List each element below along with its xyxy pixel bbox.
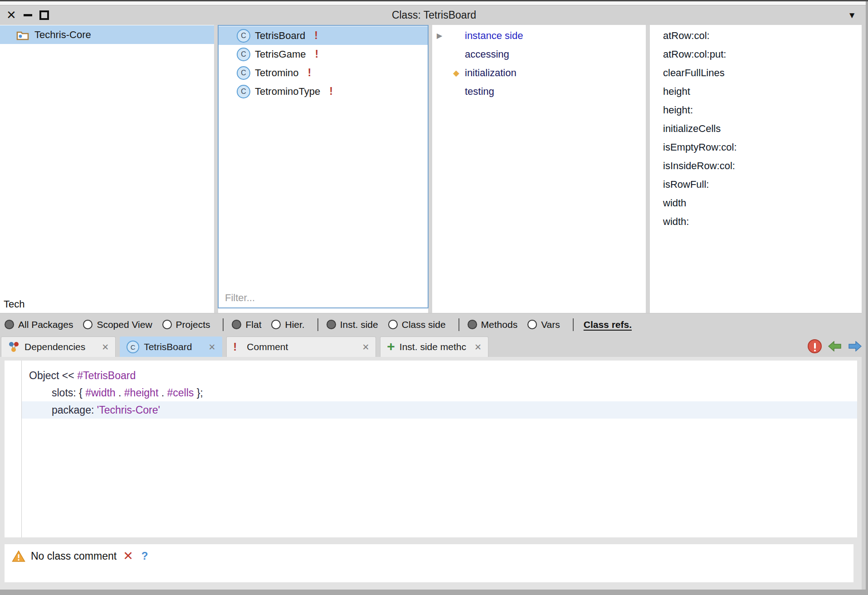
package-folder-icon	[16, 29, 29, 41]
tab-label: TetrisBoard	[144, 341, 192, 352]
code-line: slots: { #width . #height . #cells };	[22, 384, 857, 401]
protocol-item-instance-side[interactable]: ▶ instance side	[432, 26, 646, 45]
protocol-list: ▶ instance side accessing ◆ initializati…	[432, 26, 646, 101]
method-item[interactable]: clearFullLines	[650, 63, 862, 82]
tab-comment[interactable]: ! Comment ✕	[226, 337, 376, 357]
title-bar: ✕ Class: TetrisBoard ▼	[0, 5, 868, 25]
method-item[interactable]: width	[650, 194, 862, 212]
class-icon: C	[127, 341, 139, 353]
package-item-label: Techris-Core	[34, 29, 91, 41]
tab-dependencies[interactable]: Dependencies ✕	[1, 337, 116, 357]
radio-all-packages[interactable]: All Packages	[5, 319, 73, 330]
tab-inst-side-method[interactable]: + Inst. side methc ✕	[380, 337, 488, 357]
warning-triangle-icon	[12, 550, 25, 562]
code-line: Object << #TetrisBoard	[22, 367, 857, 384]
critiques-error-icon[interactable]	[808, 339, 822, 353]
class-filter-input[interactable]	[225, 292, 361, 304]
radio-scoped-view[interactable]: Scoped View	[83, 319, 152, 330]
class-item-label: TetrisBoard	[255, 30, 305, 42]
tab-close-icon[interactable]: ✕	[474, 342, 482, 352]
method-item[interactable]: isEmptyRow:col:	[650, 138, 862, 156]
method-item[interactable]: height	[650, 82, 862, 101]
radio-dot	[232, 320, 241, 329]
radio-methods[interactable]: Methods	[468, 319, 518, 330]
dismiss-icon[interactable]: ✕	[123, 549, 133, 563]
dirty-marker-icon: !	[329, 85, 333, 98]
radio-projects[interactable]: Projects	[162, 319, 210, 330]
dirty-marker-icon: !	[314, 29, 318, 42]
method-list: atRow:col: atRow:col:put: clearFullLines…	[650, 26, 862, 231]
class-refs-link[interactable]: Class refs.	[584, 319, 632, 330]
method-item[interactable]: atRow:col:	[650, 26, 862, 45]
method-item[interactable]: isInsideRow:col:	[650, 156, 862, 175]
radio-flat[interactable]: Flat	[232, 319, 261, 330]
tab-label: Dependencies	[24, 341, 85, 352]
tab-close-icon[interactable]: ✕	[102, 342, 109, 352]
radio-dot	[327, 320, 336, 329]
class-item-label: TetrominoType	[255, 86, 320, 98]
status-message: No class comment	[31, 550, 117, 562]
code-editor[interactable]: Object << #TetrisBoard slots: { #width .…	[5, 361, 857, 537]
comment-warning-icon: !	[233, 341, 237, 353]
radio-label: All Packages	[18, 319, 73, 330]
radio-dot	[5, 320, 14, 329]
radio-inst-side[interactable]: Inst. side	[327, 319, 378, 330]
package-item-techris-core[interactable]: Techris-Core	[0, 25, 214, 44]
forward-arrow-icon[interactable]	[848, 341, 862, 351]
help-icon[interactable]: ?	[141, 550, 148, 562]
radio-dot	[388, 320, 398, 329]
protocol-item-label: initialization	[465, 67, 517, 79]
protocol-pane: ▶ instance side accessing ◆ initializati…	[432, 25, 646, 313]
toolbar-separator	[458, 318, 459, 331]
toolbar-separator	[317, 318, 318, 331]
tab-tetrisboard[interactable]: C TetrisBoard ✕	[120, 337, 222, 357]
toolbar-separator	[223, 318, 224, 331]
radio-dot	[271, 320, 281, 329]
class-item-label: Tetromino	[255, 67, 299, 79]
radio-label: Flat	[245, 319, 261, 330]
class-list: C TetrisBoard ! C TetrisGame ! C Tetromi…	[219, 26, 428, 101]
radio-label: Vars	[541, 319, 560, 330]
window-menu-icon[interactable]: ▼	[848, 5, 856, 25]
protocol-item-testing[interactable]: testing	[432, 82, 646, 101]
method-item[interactable]: width:	[650, 212, 862, 231]
tab-bar: Dependencies ✕ C TetrisBoard ✕ ! Comment…	[0, 336, 868, 357]
window-right-edge	[866, 1, 868, 595]
method-pane: atRow:col: atRow:col:put: clearFullLines…	[650, 25, 862, 313]
window-title: Class: TetrisBoard	[0, 5, 868, 25]
radio-vars[interactable]: Vars	[527, 319, 560, 330]
tab-label: Comment	[247, 341, 288, 352]
class-icon: C	[237, 66, 250, 80]
back-arrow-icon[interactable]	[828, 341, 842, 351]
code-line-current: package: 'Techris-Core'	[22, 401, 857, 419]
class-pane: C TetrisBoard ! C TetrisGame ! C Tetromi…	[218, 25, 429, 308]
tab-close-icon[interactable]: ✕	[208, 342, 215, 352]
class-item-tetrisboard[interactable]: C TetrisBoard !	[219, 26, 428, 45]
radio-label: Inst. side	[340, 319, 378, 330]
radio-class-side[interactable]: Class side	[388, 319, 446, 330]
package-filter-input[interactable]	[4, 298, 140, 310]
class-definition-code: Object << #TetrisBoard slots: { #width .…	[22, 367, 857, 419]
method-item[interactable]: atRow:col:put:	[650, 45, 862, 63]
system-browser-window: ✕ Class: TetrisBoard ▼ Techris-Core	[0, 0, 868, 595]
dirty-marker-icon: !	[315, 48, 318, 60]
radio-hier[interactable]: Hier.	[271, 319, 304, 330]
class-item-tetrisgame[interactable]: C TetrisGame !	[219, 45, 428, 63]
method-item[interactable]: initializeCells	[650, 119, 862, 138]
class-item-tetrominotype[interactable]: C TetrominoType !	[219, 82, 428, 101]
status-row: No class comment ✕ ?	[5, 544, 853, 563]
method-item[interactable]: isRowFull:	[650, 175, 862, 194]
class-item-label: TetrisGame	[255, 49, 306, 60]
radio-dot	[83, 320, 93, 329]
window-right-margin	[862, 25, 866, 590]
protocol-item-accessing[interactable]: accessing	[432, 45, 646, 63]
protocol-item-initialization[interactable]: ◆ initialization	[432, 63, 646, 82]
tab-bar-actions	[808, 336, 862, 357]
method-item[interactable]: height:	[650, 101, 862, 119]
protocol-item-label: instance side	[465, 30, 523, 42]
tab-close-icon[interactable]: ✕	[362, 342, 369, 352]
browser-panes: Techris-Core C TetrisBoard ! C TetrisGam…	[0, 25, 862, 313]
protocol-item-label: accessing	[465, 49, 509, 60]
class-item-tetromino[interactable]: C Tetromino !	[219, 63, 428, 82]
expander-icon[interactable]: ▶	[437, 31, 446, 40]
